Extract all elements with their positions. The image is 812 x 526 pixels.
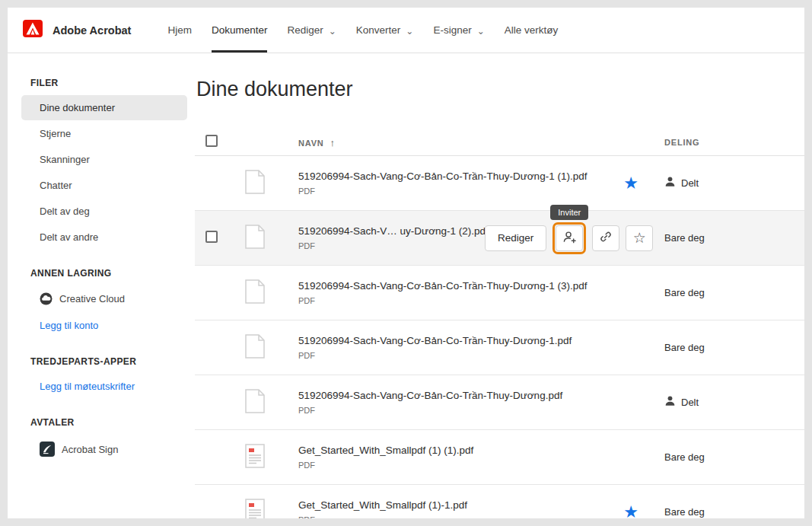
pdf-file-icon (245, 225, 298, 252)
shared-person-icon (664, 176, 676, 190)
sidebar-item-chatter[interactable]: Chatter (21, 173, 187, 198)
sidebar-section-tredjeparts-apper: TREDJEPARTS-APPER (8, 349, 195, 373)
file-name[interactable]: 519206994-Sach-Vang-Cơ-Bản-Co-Trần-Thuy-… (298, 171, 607, 182)
name-cell: Get_Started_With_Smallpdf (1)-1.pdf PDF (298, 499, 607, 518)
icon-cell (234, 389, 298, 416)
document-row-2[interactable]: 519206994-Sach-V… uy-Dương-1 (2).pdf PDF… (195, 211, 804, 266)
sidebar-item-label: Stjerne (40, 128, 71, 139)
sharing-cell: Bare deg (655, 287, 797, 298)
sidebar-item-label: Dine dokumenter (40, 102, 115, 113)
nav-konverter[interactable]: Konverter ⌄ (346, 8, 424, 53)
sidebar-section-annen-lagring: ANNEN LAGRING (8, 260, 195, 285)
sidebar-item-label: Chatter (40, 180, 72, 191)
file-name[interactable]: 519206994-Sach-Vang-Cơ-Bản-Co-Trần-Thuy-… (298, 335, 607, 346)
column-header-navn[interactable]: NAVN (298, 139, 324, 148)
file-name[interactable]: Get_Started_With_Smallpdf (1)-1.pdf (298, 499, 607, 511)
document-row-5[interactable]: 519206994-Sach-Vang-Cơ-Bản-Co-Trần-Thuy-… (195, 375, 804, 430)
star-filled-icon[interactable]: ★ (623, 174, 638, 193)
sharing-status: Bare deg (664, 451, 705, 463)
select-all-checkbox[interactable] (205, 135, 218, 147)
document-row-1[interactable]: 519206994-Sach-Vang-Cơ-Bản-Co-Trần-Thuy-… (195, 156, 804, 211)
pdf-file-icon (245, 389, 298, 416)
sidebar-item-stjerne[interactable]: Stjerne (21, 121, 187, 146)
sidebar-item-legg-til-konto[interactable]: Legg til konto (21, 313, 187, 338)
adobe-logo-icon (23, 20, 43, 40)
nav-label: E-signer (433, 24, 471, 36)
nav-label: Dokumenter (212, 24, 268, 36)
nav-hjem[interactable]: Hjem (158, 8, 202, 53)
nav-dokumenter[interactable]: Dokumenter (202, 8, 278, 53)
top-navigation: Adobe Acrobat Hjem Dokumenter Rediger ⌄ … (8, 8, 804, 53)
invite-button[interactable] (556, 225, 583, 251)
icon-cell (234, 499, 298, 519)
column-header-deling[interactable]: DELING (664, 138, 699, 147)
brand[interactable]: Adobe Acrobat (23, 8, 131, 53)
sidebar: FILER Dine dokumenter Stjerne Skanninger… (8, 53, 195, 518)
nav-label: Alle verktøy (505, 24, 559, 36)
sharing-column-header-cell: DELING (655, 138, 797, 147)
smallpdf-file-icon (245, 444, 298, 471)
acrobat-sign-icon (40, 442, 55, 457)
name-cell: 519206994-Sach-Vang-Cơ-Bản-Co-Trần-Thuy-… (298, 335, 607, 360)
sidebar-item-acrobat-sign[interactable]: Acrobat Sign (21, 435, 187, 464)
nav-rediger[interactable]: Rediger ⌄ (277, 8, 345, 53)
share-link-button[interactable] (592, 225, 619, 251)
sidebar-item-delt-av-andre[interactable]: Delt av andre (21, 225, 187, 250)
nav-alle-verktoy[interactable]: Alle verktøy (495, 8, 568, 53)
sidebar-section-avtaler: AVTALER (8, 410, 195, 434)
chevron-down-icon: ⌄ (329, 27, 336, 36)
nav-e-signer[interactable]: E-signer ⌄ (423, 8, 494, 53)
sidebar-item-creative-cloud[interactable]: Creative Cloud (21, 285, 187, 312)
sharing-status: Bare deg (664, 287, 705, 298)
sharing-cell: Bare deg (655, 506, 797, 518)
sharing-cell: Delt (655, 395, 797, 410)
select-all-cell (195, 135, 234, 150)
invite-highlight-box: Inviter (552, 222, 586, 254)
icon-cell (234, 279, 298, 307)
sort-ascending-icon[interactable]: ↑ (330, 137, 336, 148)
icon-cell (234, 444, 298, 471)
creative-cloud-icon (40, 292, 53, 305)
rediger-button[interactable]: Rediger (485, 225, 546, 251)
documents-main: Dine dokumenter NAVN↑ DELING (195, 53, 804, 518)
smallpdf-file-icon (245, 499, 298, 519)
screen-frame: Adobe Acrobat Hjem Dokumenter Rediger ⌄ … (0, 0, 812, 526)
row-hover-actions: Rediger Inviter (485, 222, 653, 254)
sidebar-item-skanninger[interactable]: Skanninger (21, 147, 187, 172)
document-row-4[interactable]: 519206994-Sach-Vang-Cơ-Bản-Co-Trần-Thuy-… (195, 320, 804, 375)
nav-label: Hjem (167, 24, 192, 36)
sharing-status: Bare deg (664, 232, 705, 244)
sidebar-item-label: Skanninger (40, 154, 90, 165)
name-cell: 519206994-Sach-Vang-Cơ-Bản-Co-Trần-Thuy-… (298, 280, 607, 305)
pdf-file-icon (245, 170, 298, 197)
sidebar-section-filer: FILER (8, 70, 195, 94)
name-cell: 519206994-Sach-Vang-Cơ-Bản-Co-Trần-Thuy-… (298, 390, 607, 415)
icon-cell (234, 334, 298, 362)
file-name[interactable]: 519206994-Sach-Vang-Cơ-Bản-Co-Trần-Thuy-… (298, 390, 607, 401)
sharing-cell: Bare deg (655, 232, 797, 244)
chevron-down-icon: ⌄ (406, 27, 413, 36)
sidebar-item-dine-dokumenter[interactable]: Dine dokumenter (21, 95, 187, 120)
invite-tooltip: Inviter (550, 205, 588, 220)
sidebar-item-delt-av-deg[interactable]: Delt av deg (21, 199, 187, 224)
sharing-status: Delt (681, 397, 699, 408)
link-icon (599, 230, 613, 246)
sharing-status: Bare deg (664, 506, 705, 518)
sidebar-item-label: Legg til møteutskrifter (40, 381, 135, 392)
file-name[interactable]: Get_Started_With_Smallpdf (1) (1).pdf (298, 445, 607, 456)
pdf-file-icon (245, 334, 298, 362)
sidebar-item-label: Creative Cloud (59, 293, 125, 304)
acrobat-web-window: Adobe Acrobat Hjem Dokumenter Rediger ⌄ … (8, 8, 804, 518)
row-checkbox[interactable] (205, 231, 218, 243)
file-name[interactable]: 519206994-Sach-Vang-Cơ-Bản-Co-Trần-Thuy-… (298, 280, 607, 292)
document-row-7[interactable]: Get_Started_With_Smallpdf (1)-1.pdf PDF … (195, 485, 804, 518)
star-filled-icon[interactable]: ★ (623, 502, 638, 519)
sharing-cell: Bare deg (655, 342, 797, 353)
icon-cell (234, 170, 298, 197)
sidebar-item-legg-til-moteutskrifter[interactable]: Legg til møteutskrifter (21, 374, 187, 399)
document-row-6[interactable]: Get_Started_With_Smallpdf (1) (1).pdf PD… (195, 430, 804, 485)
sidebar-item-label: Delt av deg (40, 206, 90, 217)
page-title: Dine dokumenter (196, 78, 804, 101)
document-row-3[interactable]: 519206994-Sach-Vang-Cơ-Bản-Co-Trần-Thuy-… (195, 266, 804, 320)
star-button[interactable]: ☆ (626, 225, 653, 251)
